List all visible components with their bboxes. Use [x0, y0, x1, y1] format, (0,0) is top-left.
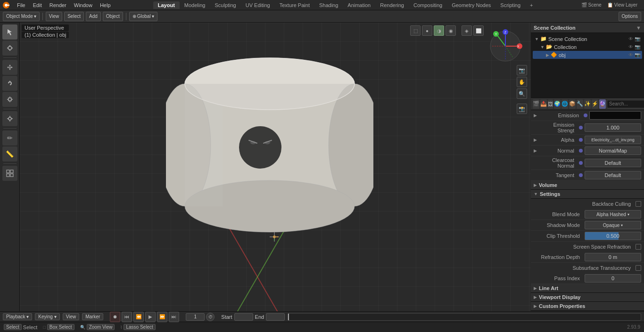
emission-strength-dot[interactable] [579, 126, 583, 130]
xray-toggle[interactable]: ⬜ [473, 25, 484, 36]
viewport-shading-rendered[interactable]: ◉ [446, 25, 456, 36]
viewport-display-section[interactable]: ▶ Viewport Display [531, 293, 644, 302]
jump-start-btn[interactable]: ⏮ [122, 312, 132, 322]
current-frame-input[interactable] [186, 313, 205, 321]
props-tab-particles[interactable]: ✨ [584, 99, 591, 109]
scale-tool[interactable] [2, 92, 17, 107]
pass-index-value[interactable]: 0 [585, 274, 641, 283]
playback-btn[interactable]: Playback ▾ [3, 313, 32, 320]
tangent-value[interactable]: Default [585, 171, 641, 179]
props-tab-world[interactable]: 🌐 [561, 99, 568, 109]
object-mode-btn[interactable]: Object Mode ▾ [3, 12, 40, 21]
emission-color-value[interactable] [589, 111, 641, 120]
clearcoat-normal-dot[interactable] [579, 161, 583, 165]
add-object-tool[interactable] [2, 166, 17, 181]
tab-modeling[interactable]: Modeling [180, 1, 210, 9]
outliner-filter-icon[interactable]: ▼ [636, 25, 641, 31]
expand-arrow-normal[interactable]: ▶ [534, 148, 537, 153]
play-btn[interactable]: ▶ [145, 312, 156, 322]
props-tab-render[interactable]: 🎬 [533, 99, 539, 109]
jump-end-btn[interactable]: ⏭ [169, 312, 179, 322]
tab-sculpting[interactable]: Sculpting [210, 1, 240, 9]
line-art-section[interactable]: ▶ Line Art [531, 284, 644, 293]
props-tab-modifier[interactable]: 🔧 [577, 99, 583, 109]
viewport[interactable]: User Perspective (1) Collection | obj ⬚ … [20, 23, 531, 311]
view-btn[interactable]: View [46, 12, 63, 21]
render-toggle[interactable]: 📷 [635, 36, 640, 41]
settings-section[interactable]: ▼ Settings [531, 190, 644, 199]
custom-properties-section[interactable]: ▶ Custom Properties [531, 302, 644, 311]
tab-uv-editing[interactable]: UV Editing [241, 1, 275, 9]
tab-rendering[interactable]: Rendering [375, 1, 409, 9]
visibility-toggle-3[interactable]: 👁 [628, 52, 633, 57]
camera-view-btn[interactable]: 📸 [517, 104, 527, 114]
tab-compositing[interactable]: Compositing [409, 1, 447, 9]
zoom-btn[interactable]: 🔍 [517, 89, 527, 99]
scene-selector[interactable]: 🎬 Scene [579, 2, 603, 8]
add-btn[interactable]: Add [86, 12, 101, 21]
clip-threshold-value[interactable]: 0.500 [585, 232, 641, 240]
cursor-tool[interactable] [2, 40, 17, 56]
camera-btn[interactable]: 📷 [517, 65, 527, 75]
visibility-toggle[interactable]: 👁 [628, 36, 633, 41]
menu-help[interactable]: Help [96, 1, 115, 9]
blend-mode-value[interactable]: Alpha Hashed ▾ [585, 210, 641, 219]
tangent-dot[interactable] [579, 173, 583, 177]
transform-btn[interactable]: ⊕ Global ▾ [129, 12, 157, 21]
next-frame-btn[interactable]: ⏩ [157, 312, 167, 322]
move-tool[interactable] [2, 60, 17, 75]
prev-frame-btn[interactable]: ⏪ [133, 312, 144, 322]
fps-display[interactable]: ⏱ [206, 313, 215, 321]
tab-scripting[interactable]: Scripting [495, 1, 525, 9]
viewport-shading-material[interactable]: ◑ [434, 25, 444, 36]
end-frame-input[interactable]: 250 [266, 313, 285, 321]
props-search[interactable] [607, 100, 644, 108]
viewport-gizmo[interactable]: X Y Z [487, 27, 524, 65]
alpha-dot[interactable] [579, 138, 583, 142]
normal-dot[interactable] [579, 149, 583, 153]
clearcoat-normal-value[interactable]: Default [585, 159, 641, 167]
start-frame-input[interactable]: 1 [234, 313, 253, 321]
normal-value[interactable]: Normal/Map [585, 146, 641, 155]
view-layer-selector[interactable]: 📋 View Layer [605, 2, 639, 8]
overlay-toggle[interactable]: ◈ [462, 25, 472, 36]
annotate-tool[interactable]: ✏ [2, 130, 17, 146]
select-btn[interactable]: Select [64, 12, 84, 21]
visibility-toggle-2[interactable]: 👁 [628, 44, 633, 49]
expand-arrow-alpha[interactable]: ▶ [534, 138, 537, 142]
sst-checkbox[interactable] [636, 265, 641, 271]
outliner-item-obj[interactable]: ▶ 🔶 obj 👁 📷 [533, 51, 642, 59]
volume-section[interactable]: ▶ Volume [531, 181, 644, 190]
menu-window[interactable]: Window [70, 1, 96, 9]
shadow-mode-value[interactable]: Opaque ▾ [585, 221, 641, 229]
render-toggle-2[interactable]: 📷 [635, 44, 640, 49]
viewport-shading-wire[interactable]: ⬚ [410, 25, 421, 36]
emission-strength-value[interactable]: 1.000 [585, 123, 641, 132]
expand-arrow-emission[interactable]: ▶ [534, 113, 537, 118]
tab-shading[interactable]: Shading [314, 1, 343, 9]
object-btn[interactable]: Object [103, 12, 123, 21]
backface-culling-checkbox[interactable] [636, 201, 641, 207]
menu-render[interactable]: Render [46, 1, 70, 9]
rotate-tool[interactable] [2, 76, 17, 91]
measure-tool[interactable]: 📏 [2, 146, 17, 162]
marker-btn[interactable]: Marker [82, 313, 103, 320]
props-tab-physics[interactable]: ⚡ [592, 99, 598, 109]
tab-layout[interactable]: Layout [153, 1, 180, 9]
emission-dot[interactable] [584, 113, 587, 117]
transform-tool[interactable] [2, 111, 17, 126]
menu-edit[interactable]: Edit [29, 1, 46, 9]
props-tab-scene[interactable]: 🌍 [554, 99, 561, 109]
tab-texture-paint[interactable]: Texture Paint [275, 1, 314, 9]
props-tab-object[interactable]: 📦 [569, 99, 576, 109]
options-btn[interactable]: Options [619, 12, 641, 21]
tab-add[interactable]: + [525, 1, 537, 9]
props-tab-view-layer[interactable]: 🖼 [548, 99, 553, 109]
render-toggle-3[interactable]: 📷 [635, 52, 640, 57]
hand-btn[interactable]: ✋ [517, 77, 527, 87]
menu-file[interactable]: File [13, 1, 29, 9]
outliner-item-collection[interactable]: ▼ 📂 Collection 👁 📷 [533, 43, 642, 51]
select-tool[interactable] [2, 24, 17, 40]
alpha-value[interactable]: Electricity_...ct_inv.png [585, 136, 641, 144]
outliner-item-scene-collection[interactable]: ▼ 📁 Scene Collection 👁 📷 [533, 35, 642, 43]
